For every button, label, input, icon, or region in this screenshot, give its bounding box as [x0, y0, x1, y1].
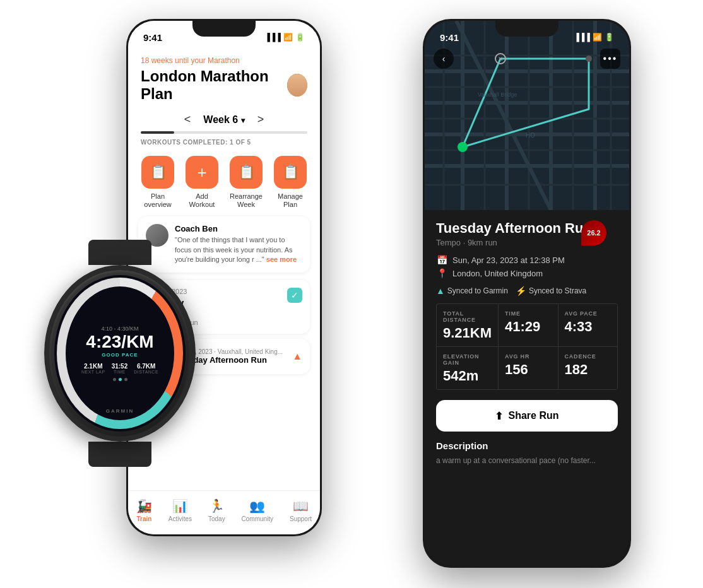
action-plan-overview[interactable]: 📋 Plan overview: [138, 156, 177, 209]
watch-stat-distance: 6.7KM DISTANCE: [134, 363, 158, 374]
description-section: Description a warm up at a conversationa…: [436, 440, 618, 466]
tab-train[interactable]: 🚂 Train: [136, 498, 152, 522]
stat-time-val: 41:29: [505, 319, 551, 335]
more-button[interactable]: •••: [600, 49, 620, 69]
watch-dot-1: [113, 378, 116, 381]
left-status-icons: ▐▐▐ 📶 🔋: [264, 33, 305, 42]
prev-week-button[interactable]: <: [184, 113, 191, 126]
stat-total-distance-label: TOTAL DISTANCE: [443, 310, 492, 323]
description-text: a warm up at a conversational pace (no f…: [436, 455, 618, 466]
run-details: Tuesday Afternoon Run Tempo · 9km run 26…: [425, 210, 629, 566]
watch-stat-nextlap-val: 2.1KM: [81, 363, 105, 370]
watch-screen: 4:10 - 4:30/KM 4:23/KM GOOD PACE 2.1KM N…: [54, 275, 186, 432]
stat-cadence: CADENCE 182: [558, 347, 618, 390]
signal-icon: ▐▐▐: [264, 33, 281, 42]
watch-dot-3: [124, 378, 127, 381]
svg-point-20: [458, 142, 468, 152]
watch-ring-inner: 4:10 - 4:30/KM 4:23/KM GOOD PACE 2.1KM N…: [66, 286, 174, 420]
watch-dot-2: [119, 378, 122, 381]
run-title-section: Tuesday Afternoon Run Tempo · 9km run 26…: [436, 220, 618, 247]
see-more-button[interactable]: see more: [266, 256, 297, 263]
run-details-scroll: Tuesday Afternoon Run Tempo · 9km run 26…: [425, 210, 629, 476]
right-wifi-icon: 📶: [593, 33, 602, 42]
watch-pace-label: GOOD PACE: [102, 352, 138, 358]
right-phone-notch: [495, 19, 558, 37]
meta-location-row: 📍 London, United Kingdom: [436, 268, 618, 278]
progress-bar-row: [128, 131, 320, 136]
tab-bar: 🚂 Train 📊 Activites 🏃 Today 👥 Community …: [128, 490, 320, 534]
stat-elevation-label: ELEVATION GAIN: [443, 353, 492, 366]
progress-bar-bg: [141, 131, 307, 134]
watch-crown: [189, 344, 196, 363]
tab-support-icon: 📖: [293, 498, 309, 514]
stat-cadence-label: CADENCE: [565, 353, 611, 360]
watch-stat-time: 31:52 TIME: [112, 363, 128, 374]
stat-time-label: TIME: [505, 310, 551, 317]
next-week-button[interactable]: >: [257, 113, 264, 126]
watch-dots: [113, 378, 127, 381]
week-dropdown-icon[interactable]: ▾: [241, 116, 245, 125]
action-plan-overview-label: Plan overview: [138, 192, 177, 209]
tab-activities-label: Activites: [168, 515, 192, 522]
right-phone: 9:41 ▐▐▐ 📶 🔋 ‹ •••: [423, 19, 631, 568]
workout-check-icon: ✓: [287, 288, 302, 303]
back-button[interactable]: ‹: [434, 49, 454, 69]
watch-strap-bottom: [88, 442, 151, 467]
coach-name: Coach Ben: [175, 224, 302, 233]
tab-support-label: Support: [290, 515, 312, 522]
action-add-workout[interactable]: + Add Workout: [182, 156, 222, 209]
tab-community[interactable]: 👥 Community: [242, 498, 274, 522]
meta-location: London, United Kingdom: [452, 269, 543, 278]
workouts-label: WORKOUTS COMPLETED: 1 OF 5: [128, 136, 320, 151]
plan-title-row: London Marathon Plan: [141, 68, 307, 103]
stat-avg-hr-label: AVG HR: [505, 353, 551, 360]
action-add-workout-label: Add Workout: [182, 192, 222, 209]
watch-pace-range: 4:10 - 4:30/KM: [101, 326, 138, 332]
add-workout-icon: +: [186, 156, 218, 189]
svg-text:HO: HO: [526, 132, 535, 139]
avatar-face: [287, 74, 307, 97]
action-manage-plan[interactable]: 📋 Manage Plan: [271, 156, 310, 209]
tab-today-label: Today: [208, 515, 225, 522]
plan-header: 18 weeks until your Marathon London Mara…: [128, 49, 320, 108]
tab-today[interactable]: 🏃 Today: [208, 498, 225, 522]
stat-time: TIME 41:29: [499, 304, 558, 347]
left-status-time: 9:41: [143, 32, 162, 43]
run-meta: 📅 Sun, Apr 23, 2023 at 12:38 PM 📍 London…: [436, 255, 618, 278]
left-phone-notch: [192, 19, 256, 37]
strava-icon: ▲: [292, 351, 302, 362]
stat-elevation: ELEVATION GAIN 542m: [437, 347, 499, 390]
stat-avg-pace-label: AVG PACE: [565, 310, 611, 317]
plan-overview-icon: 📋: [141, 156, 174, 189]
week-nav: < Week 6 ▾ >: [128, 108, 320, 131]
watch-main-pace: 4:23/KM: [86, 333, 153, 351]
tab-community-label: Community: [242, 515, 274, 522]
right-battery-icon: 🔋: [605, 33, 614, 42]
watch-body: 4:10 - 4:30/KM 4:23/KM GOOD PACE 2.1KM N…: [44, 265, 196, 442]
share-run-button[interactable]: ⬆ Share Run: [436, 400, 618, 432]
watch-stat-distance-label: DISTANCE: [134, 370, 158, 374]
right-status-time: 9:41: [440, 32, 459, 43]
meta-date-row: 📅 Sun, Apr 23, 2023 at 12:38 PM: [436, 255, 618, 265]
share-run-label: Share Run: [508, 410, 558, 421]
stat-cadence-val: 182: [565, 362, 611, 378]
tab-activities[interactable]: 📊 Activites: [168, 498, 192, 522]
watch-stat-nextlap-label: NEXT LAP: [81, 370, 105, 374]
watch-stat-nextlap: 2.1KM NEXT LAP: [81, 363, 105, 374]
tab-support[interactable]: 📖 Support: [290, 498, 312, 522]
marathon-subtitle: 18 weeks until your Marathon: [141, 56, 307, 65]
sync-strava: ⚡ Synced to Strava: [516, 286, 586, 296]
progress-bar-fill: [141, 131, 174, 134]
tab-train-label: Train: [136, 515, 151, 522]
watch-strap-top: [88, 240, 151, 265]
watch-stat-time-label: TIME: [112, 370, 128, 374]
watch: 4:10 - 4:30/KM 4:23/KM GOOD PACE 2.1KM N…: [38, 240, 202, 435]
share-icon: ⬆: [495, 410, 503, 422]
action-rearrange-week[interactable]: 📋 Rearrange Week: [227, 156, 266, 209]
stat-avg-hr-val: 156: [505, 362, 551, 378]
battery-icon: 🔋: [295, 33, 305, 42]
user-avatar: [287, 74, 307, 97]
manage-plan-icon: 📋: [274, 156, 307, 189]
watch-stats: 2.1KM NEXT LAP 31:52 TIME 6.7KM DISTANCE: [81, 363, 158, 374]
action-grid: 📋 Plan overview + Add Workout 📋 Rearrang…: [128, 151, 320, 216]
